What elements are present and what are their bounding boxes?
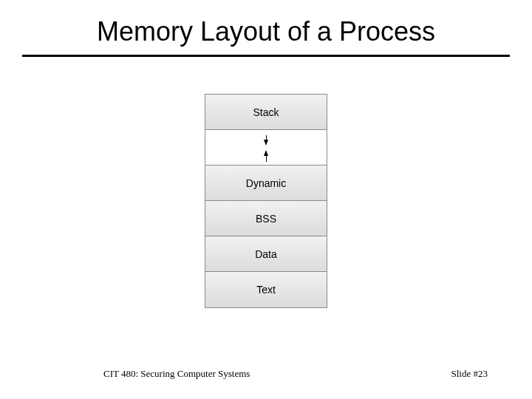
footer: CIT 480: Securing Computer Systems Slide… xyxy=(0,368,532,380)
memory-stack: Stack Dynamic BSS Data Text xyxy=(205,94,327,308)
footer-course: CIT 480: Securing Computer Systems xyxy=(103,368,250,380)
title-underline xyxy=(22,55,510,57)
footer-slide-number: Slide #23 xyxy=(451,368,488,380)
arrow-up-icon xyxy=(264,150,268,156)
segment-dynamic: Dynamic xyxy=(205,166,327,201)
segment-bss: BSS xyxy=(205,201,327,236)
slide-title: Memory Layout of a Process xyxy=(0,0,532,55)
segment-stack: Stack xyxy=(205,95,327,130)
arrow-down-icon xyxy=(264,140,268,146)
memory-diagram: Stack Dynamic BSS Data Text xyxy=(0,94,532,308)
segment-text: Text xyxy=(205,272,327,307)
segment-gap xyxy=(205,130,327,166)
segment-data: Data xyxy=(205,236,327,272)
